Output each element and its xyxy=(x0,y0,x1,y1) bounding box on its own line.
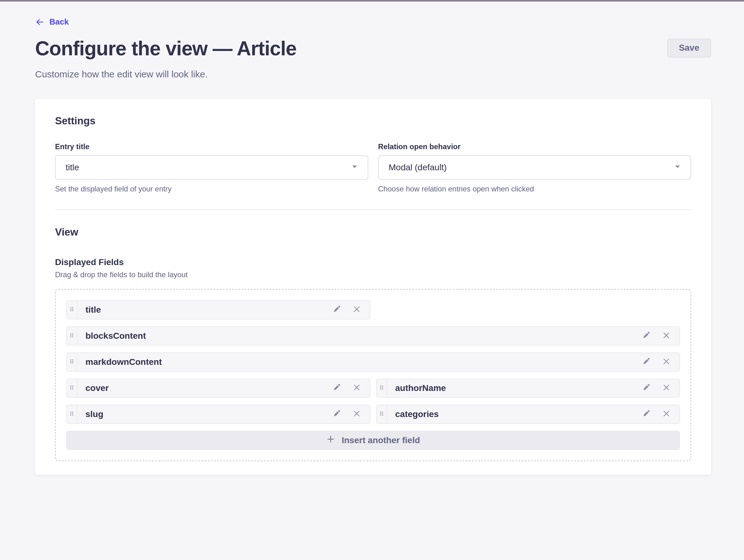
drag-dots-icon xyxy=(69,384,74,393)
pencil-icon xyxy=(641,357,651,367)
field-label: slug xyxy=(85,409,332,419)
view-heading: View xyxy=(55,226,691,238)
pencil-icon xyxy=(332,409,341,419)
displayed-fields-hint: Drag & drop the fields to build the layo… xyxy=(55,270,691,279)
entry-title-hint: Set the displayed field of your entry xyxy=(55,185,368,193)
pencil-icon xyxy=(641,383,651,393)
edit-field-button[interactable] xyxy=(332,304,341,315)
back-label: Back xyxy=(49,17,69,27)
page-subtitle: Customize how the edit view will look li… xyxy=(35,69,711,80)
drag-handle[interactable] xyxy=(67,327,77,345)
edit-field-button[interactable] xyxy=(641,409,651,419)
displayed-field-row[interactable]: authorName xyxy=(376,378,680,398)
displayed-field-row[interactable]: title xyxy=(66,300,370,320)
drag-dots-icon xyxy=(379,410,384,419)
relation-behavior-label: Relation open behavior xyxy=(378,142,692,151)
pencil-icon xyxy=(641,331,651,341)
relation-behavior-hint: Choose how relation entries open when cl… xyxy=(378,185,692,193)
close-icon xyxy=(662,357,671,367)
plus-icon xyxy=(326,435,335,446)
remove-field-button[interactable] xyxy=(352,383,361,393)
entry-title-select[interactable]: title xyxy=(55,155,368,180)
drag-handle[interactable] xyxy=(67,379,77,397)
section-divider xyxy=(55,210,691,210)
remove-field-button[interactable] xyxy=(662,331,671,341)
configuration-card: Settings Entry title title Set the displ… xyxy=(35,99,711,475)
remove-field-button[interactable] xyxy=(662,357,671,367)
field-label: markdownContent xyxy=(85,357,641,367)
drag-dots-icon xyxy=(379,384,384,393)
drag-handle[interactable] xyxy=(67,301,77,319)
edit-field-button[interactable] xyxy=(641,383,651,393)
insert-field-label: Insert another field xyxy=(341,435,420,445)
relation-behavior-select[interactable]: Modal (default) xyxy=(378,155,692,180)
pencil-icon xyxy=(641,409,651,419)
drag-handle[interactable] xyxy=(377,379,387,397)
back-link[interactable]: Back xyxy=(35,17,69,27)
drag-dots-icon xyxy=(69,305,74,314)
displayed-field-row[interactable]: categories xyxy=(376,405,680,424)
pencil-icon xyxy=(332,304,341,315)
close-icon xyxy=(662,383,671,393)
save-button[interactable]: Save xyxy=(667,39,711,58)
configure-view-page: Back Configure the view — Article Save C… xyxy=(35,2,711,475)
drag-dots-icon xyxy=(69,410,74,419)
settings-form: Entry title title Set the displayed fiel… xyxy=(55,142,691,193)
edit-field-button[interactable] xyxy=(641,331,651,341)
entry-title-select-value: title xyxy=(66,162,79,173)
drag-handle[interactable] xyxy=(67,353,77,371)
relation-behavior-field: Relation open behavior Modal (default) C… xyxy=(378,142,692,193)
field-label: categories xyxy=(395,409,642,419)
displayed-fields-dropzone: title xyxy=(55,289,691,461)
remove-field-button[interactable] xyxy=(352,409,361,419)
field-label: title xyxy=(85,305,332,315)
page-title: Configure the view — Article xyxy=(35,37,296,60)
field-label: authorName xyxy=(395,383,642,393)
drag-dots-icon xyxy=(69,332,74,340)
drag-handle[interactable] xyxy=(377,405,387,423)
insert-field-button[interactable]: Insert another field xyxy=(66,431,680,450)
close-icon xyxy=(662,331,671,341)
field-label: cover xyxy=(85,383,332,393)
displayed-field-row[interactable]: slug xyxy=(66,405,370,424)
close-icon xyxy=(352,383,361,393)
entry-title-field: Entry title title Set the displayed fiel… xyxy=(55,142,368,193)
arrow-left-icon xyxy=(35,17,44,27)
displayed-field-row[interactable]: cover xyxy=(66,378,370,398)
displayed-field-row[interactable]: markdownContent xyxy=(66,352,680,372)
remove-field-button[interactable] xyxy=(352,305,361,314)
close-icon xyxy=(352,409,361,419)
close-icon xyxy=(662,409,671,419)
displayed-field-row[interactable]: blocksContent xyxy=(66,326,680,345)
settings-heading: Settings xyxy=(55,115,691,127)
entry-title-label: Entry title xyxy=(55,142,368,151)
displayed-fields-title: Displayed Fields xyxy=(55,257,691,267)
remove-field-button[interactable] xyxy=(662,409,671,419)
edit-field-button[interactable] xyxy=(332,383,341,393)
relation-behavior-select-value: Modal (default) xyxy=(389,162,447,173)
drag-handle[interactable] xyxy=(67,405,77,423)
edit-field-button[interactable] xyxy=(332,409,341,419)
drag-dots-icon xyxy=(69,358,74,366)
remove-field-button[interactable] xyxy=(662,383,671,393)
pencil-icon xyxy=(332,383,341,393)
chevron-down-icon xyxy=(351,162,358,173)
close-icon xyxy=(352,305,361,314)
edit-field-button[interactable] xyxy=(641,357,651,367)
field-label: blocksContent xyxy=(85,331,641,341)
chevron-down-icon xyxy=(674,162,681,173)
